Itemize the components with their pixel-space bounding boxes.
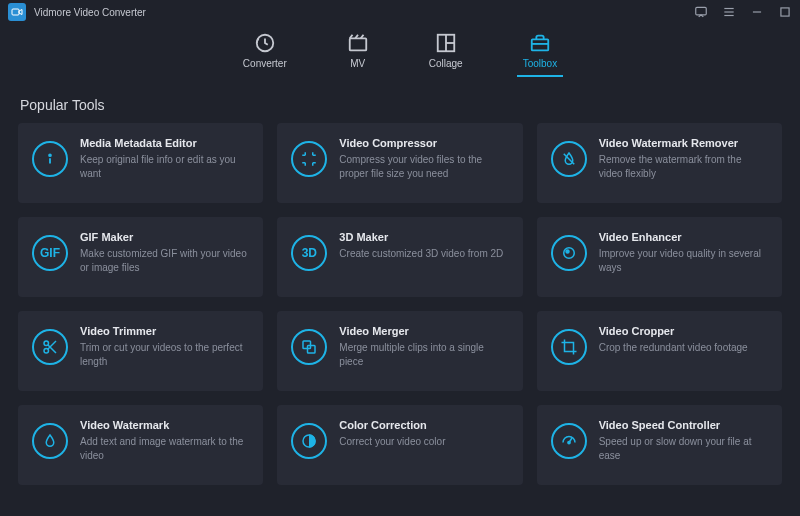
card-desc: Crop the redundant video footage	[599, 341, 748, 355]
card-desc: Make customized GIF with your video or i…	[80, 247, 249, 274]
trimmer-icon	[32, 329, 68, 365]
card-title: Video Merger	[339, 325, 508, 337]
tool-video-watermark[interactable]: Video Watermark Add text and image water…	[18, 405, 263, 485]
card-text: Video Compressor Compress your video fil…	[339, 137, 508, 180]
card-text: GIF Maker Make customized GIF with your …	[80, 231, 249, 274]
nav-label: Converter	[243, 58, 287, 69]
nav-label: Collage	[429, 58, 463, 69]
remove-watermark-icon	[551, 141, 587, 177]
nav-converter[interactable]: Converter	[243, 32, 287, 75]
card-text: Color Correction Correct your video colo…	[339, 419, 445, 449]
card-text: Video Cropper Crop the redundant video f…	[599, 325, 748, 355]
card-desc: Merge multiple clips into a single piece	[339, 341, 508, 368]
app-logo-icon	[8, 3, 26, 21]
feedback-icon[interactable]	[694, 5, 708, 19]
color-icon	[291, 423, 327, 459]
tool-video-compressor[interactable]: Video Compressor Compress your video fil…	[277, 123, 522, 203]
nav-mv[interactable]: MV	[347, 32, 369, 75]
tool-color-correction[interactable]: Color Correction Correct your video colo…	[277, 405, 522, 485]
card-title: Video Watermark Remover	[599, 137, 768, 149]
card-text: Video Merger Merge multiple clips into a…	[339, 325, 508, 368]
card-desc: Remove the watermark from the video flex…	[599, 153, 768, 180]
info-icon	[32, 141, 68, 177]
tools-grid: Media Metadata Editor Keep original file…	[18, 123, 782, 485]
card-text: Video Watermark Add text and image water…	[80, 419, 249, 462]
svg-point-27	[568, 441, 570, 443]
card-desc: Correct your video color	[339, 435, 445, 449]
toolbox-icon	[529, 32, 551, 54]
card-title: Video Enhancer	[599, 231, 768, 243]
nav-collage[interactable]: Collage	[429, 32, 463, 75]
tool-3d-maker[interactable]: 3D 3D Maker Create customized 3D video f…	[277, 217, 522, 297]
merger-icon	[291, 329, 327, 365]
card-title: GIF Maker	[80, 231, 249, 243]
tool-speed-controller[interactable]: Video Speed Controller Speed up or slow …	[537, 405, 782, 485]
card-title: Video Speed Controller	[599, 419, 768, 431]
card-desc: Speed up or slow down your file at ease	[599, 435, 768, 462]
card-desc: Keep original file info or edit as you w…	[80, 153, 249, 180]
svg-rect-1	[696, 7, 707, 15]
card-text: Video Watermark Remover Remove the water…	[599, 137, 768, 180]
svg-rect-8	[350, 38, 367, 50]
minimize-icon[interactable]	[750, 5, 764, 19]
card-title: Video Compressor	[339, 137, 508, 149]
card-text: Video Enhancer Improve your video qualit…	[599, 231, 768, 274]
card-title: Color Correction	[339, 419, 445, 431]
card-desc: Create customized 3D video from 2D	[339, 247, 503, 261]
svg-rect-12	[532, 39, 549, 50]
card-desc: Add text and image watermark to the vide…	[80, 435, 249, 462]
watermark-icon	[32, 423, 68, 459]
card-title: Video Cropper	[599, 325, 748, 337]
card-text: Video Trimmer Trim or cut your videos to…	[80, 325, 249, 368]
converter-icon	[254, 32, 276, 54]
compress-icon	[291, 141, 327, 177]
nav-label: Toolbox	[523, 58, 557, 69]
svg-point-18	[566, 250, 569, 253]
tool-media-metadata[interactable]: Media Metadata Editor Keep original file…	[18, 123, 263, 203]
window-controls	[694, 5, 792, 19]
section-title: Popular Tools	[20, 97, 782, 113]
cropper-icon	[551, 329, 587, 365]
tool-video-cropper[interactable]: Video Cropper Crop the redundant video f…	[537, 311, 782, 391]
maximize-icon[interactable]	[778, 5, 792, 19]
tool-video-trimmer[interactable]: Video Trimmer Trim or cut your videos to…	[18, 311, 263, 391]
card-title: Video Watermark	[80, 419, 249, 431]
svg-point-14	[49, 154, 51, 156]
card-desc: Improve your video quality in several wa…	[599, 247, 768, 274]
3d-icon: 3D	[291, 235, 327, 271]
nav-toolbox[interactable]: Toolbox	[523, 32, 557, 75]
speed-icon	[551, 423, 587, 459]
card-title: 3D Maker	[339, 231, 503, 243]
gif-icon: GIF	[32, 235, 68, 271]
tool-video-merger[interactable]: Video Merger Merge multiple clips into a…	[277, 311, 522, 391]
tool-video-enhancer[interactable]: Video Enhancer Improve your video qualit…	[537, 217, 782, 297]
card-title: Video Trimmer	[80, 325, 249, 337]
main-nav: Converter MV Collage Toolbox	[0, 24, 800, 81]
tool-watermark-remover[interactable]: Video Watermark Remover Remove the water…	[537, 123, 782, 203]
svg-rect-6	[781, 8, 789, 16]
card-desc: Compress your video files to the proper …	[339, 153, 508, 180]
titlebar: Vidmore Video Converter	[0, 0, 800, 24]
enhancer-icon	[551, 235, 587, 271]
card-title: Media Metadata Editor	[80, 137, 249, 149]
menu-icon[interactable]	[722, 5, 736, 19]
card-text: Video Speed Controller Speed up or slow …	[599, 419, 768, 462]
collage-icon	[435, 32, 457, 54]
card-text: 3D Maker Create customized 3D video from…	[339, 231, 503, 261]
card-text: Media Metadata Editor Keep original file…	[80, 137, 249, 180]
card-desc: Trim or cut your videos to the perfect l…	[80, 341, 249, 368]
app-title: Vidmore Video Converter	[34, 7, 146, 18]
tool-gif-maker[interactable]: GIF GIF Maker Make customized GIF with y…	[18, 217, 263, 297]
content: Popular Tools Media Metadata Editor Keep…	[0, 81, 800, 485]
mv-icon	[347, 32, 369, 54]
nav-label: MV	[350, 58, 365, 69]
svg-rect-0	[12, 9, 19, 15]
